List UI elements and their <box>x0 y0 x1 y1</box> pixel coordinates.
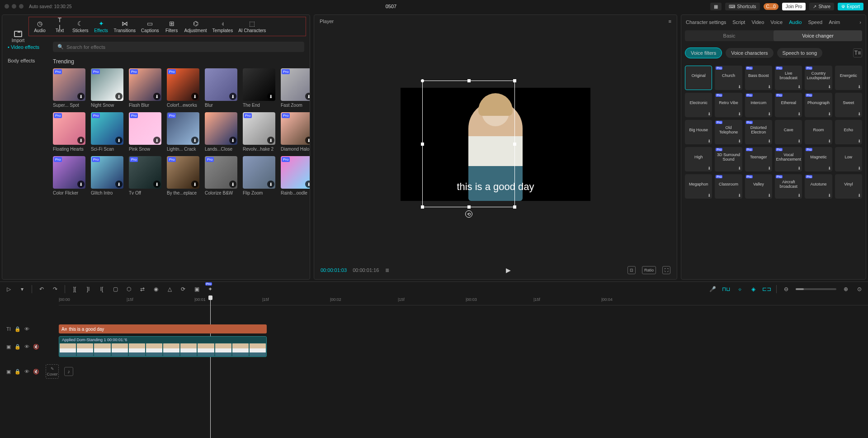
voice-filter-distorted-electron[interactable]: ProDistorted Electron⬇ <box>745 120 772 144</box>
voice-filter-retro-vibe[interactable]: ProRetro Vibe⬇ <box>715 93 742 117</box>
insp-tab-voice[interactable]: Voice <box>770 19 783 25</box>
eye-icon[interactable]: 👁 <box>24 369 29 374</box>
download-icon[interactable]: ⬇ <box>768 85 771 89</box>
preview-marker-icon[interactable]: ◈ <box>749 285 757 293</box>
effect-item[interactable]: Pro⬇Flash Blur <box>129 68 161 108</box>
voice-filter-teenager[interactable]: ProTeenager⬇ <box>745 147 772 171</box>
effect-item[interactable]: Pro⬇Rainb...oodle <box>281 156 310 195</box>
download-icon[interactable]: ⬇ <box>768 112 771 116</box>
timeline-ruler[interactable]: |00:00|15f|00:01|15f|00:02|15f|00:03|15f… <box>59 296 868 305</box>
mic-icon[interactable]: 🎤 <box>708 285 717 293</box>
pill-voice-filters[interactable]: Voice filters <box>685 48 722 58</box>
download-icon[interactable]: ⬇ <box>191 93 198 100</box>
voice-filter-electronic[interactable]: Electronic⬇ <box>685 93 712 117</box>
download-icon[interactable]: ⬇ <box>708 112 711 116</box>
download-icon[interactable]: ⬇ <box>828 193 831 198</box>
mute-icon[interactable]: 🔇 <box>33 344 39 350</box>
effect-item[interactable]: ⬇Blur <box>205 68 237 108</box>
player-canvas[interactable]: this is a good day ⟲ <box>401 88 590 201</box>
voice-filter-megaphon[interactable]: Megaphon⬇ <box>685 174 712 199</box>
voice-filter-energetic[interactable]: Energetic⬇ <box>835 66 862 90</box>
effect-item[interactable]: Pro⬇Super... Spot <box>53 68 85 108</box>
fullscreen-icon[interactable]: ⛶ <box>662 266 670 274</box>
download-icon[interactable]: ⬇ <box>797 166 801 171</box>
download-icon[interactable]: ⬇ <box>267 137 274 144</box>
import-tab[interactable]: Import <box>7 31 29 43</box>
download-icon[interactable]: ⬇ <box>77 181 85 188</box>
split-left-icon[interactable]: ]I <box>84 285 92 293</box>
tab-adjustment[interactable]: ⌬Adjustment <box>182 18 210 35</box>
download-icon[interactable]: ⬇ <box>858 85 861 89</box>
download-icon[interactable]: ⬇ <box>858 166 861 171</box>
effect-item[interactable]: Pro⬇Glitch Intro <box>91 156 123 195</box>
split-icon[interactable]: ][ <box>71 285 79 293</box>
download-icon[interactable]: ⬇ <box>797 139 801 143</box>
tab-effects[interactable]: ✦Effects <box>91 18 111 35</box>
download-icon[interactable]: ⬇ <box>115 137 123 144</box>
voice-filter-country-loudspeaker[interactable]: ProCountry Loudspeaker⬇ <box>805 66 832 90</box>
insp-tab-script[interactable]: Script <box>732 19 745 25</box>
voice-filter-autotune[interactable]: ProAutotune⬇ <box>805 174 832 199</box>
tab-audio[interactable]: ◷Audio <box>30 18 50 35</box>
export-button[interactable]: ⟱ Export <box>838 3 863 10</box>
window-controls[interactable] <box>5 4 24 9</box>
voice-filter-live-broadcast[interactable]: ProLive broadcast⬇ <box>775 66 802 90</box>
voice-filter-sweet[interactable]: Sweet⬇ <box>835 93 862 117</box>
ratio-button[interactable]: Ratio <box>642 266 656 274</box>
download-icon[interactable]: ⬇ <box>797 193 801 198</box>
download-icon[interactable]: ⬇ <box>708 139 711 143</box>
download-icon[interactable]: ⬇ <box>828 112 831 116</box>
effect-item[interactable]: Pro⬇Color Flicker <box>53 156 85 195</box>
download-icon[interactable]: ⬇ <box>738 112 741 116</box>
voice-filter-church[interactable]: ProChurch⬇ <box>715 66 742 90</box>
download-icon[interactable]: ⬇ <box>858 193 861 198</box>
download-icon[interactable]: ⬇ <box>153 181 160 188</box>
voice-filter-magnetic[interactable]: ProMagnetic⬇ <box>805 147 832 171</box>
download-icon[interactable]: ⬇ <box>305 181 310 188</box>
download-icon[interactable]: ⬇ <box>858 112 861 116</box>
voice-filter-bass-boost[interactable]: ProBass Boost⬇ <box>745 66 772 90</box>
download-icon[interactable]: ⬇ <box>708 166 711 171</box>
download-icon[interactable]: ⬇ <box>77 137 85 144</box>
voice-filter-cave[interactable]: Cave⬇ <box>775 120 802 144</box>
download-icon[interactable]: ⬇ <box>738 139 741 143</box>
video-clip[interactable]: Applied Dom-Standing 1 00:00:01:'6 <box>59 336 267 357</box>
download-icon[interactable]: ⬇ <box>828 139 831 143</box>
voice-filter-high[interactable]: High⬇ <box>685 147 712 171</box>
add-audio-button[interactable]: ♪ <box>64 367 73 376</box>
voice-filter-valley[interactable]: ProValley⬇ <box>745 174 772 199</box>
text-clip[interactable]: A≡ this is a good day <box>59 324 267 333</box>
voice-filter-phonograph[interactable]: ProPhonograph⬇ <box>805 93 832 117</box>
insp-tab-video[interactable]: Video <box>751 19 764 25</box>
download-icon[interactable]: ⬇ <box>708 193 711 198</box>
voice-filter-vocal-enhancement[interactable]: ProVocal Enhancement⬇ <box>775 147 802 171</box>
play-button[interactable]: ▶ <box>506 267 511 274</box>
effect-item[interactable]: Pro⬇Floating Hearts <box>53 112 85 152</box>
download-icon[interactable]: ⬇ <box>115 93 123 100</box>
frame-tool-icon[interactable]: ▣ <box>193 285 201 293</box>
download-icon[interactable]: ⬇ <box>191 137 198 144</box>
dropdown-icon[interactable]: ▾ <box>18 285 26 293</box>
effect-item[interactable]: Pro⬇Tv Off <box>129 156 161 195</box>
insp-tab-anim[interactable]: Anim <box>829 19 840 25</box>
download-icon[interactable]: ⬇ <box>858 139 861 143</box>
voice-filter-aircraft-broadcast[interactable]: ProAircraft broadcast⬇ <box>775 174 802 199</box>
tab-stickers[interactable]: ☾Stickers <box>70 18 91 35</box>
tab-transitions[interactable]: ⋈Transitions <box>111 18 139 35</box>
layout-button[interactable]: ▦ <box>710 3 722 10</box>
download-icon[interactable]: ⬇ <box>828 166 831 171</box>
voice-filter-3d-surround-sound[interactable]: Pro3D Surround Sound⬇ <box>715 147 742 171</box>
effect-item[interactable]: Pro⬇Pink Snow <box>129 112 161 152</box>
insp-tab-speed[interactable]: Speed <box>808 19 822 25</box>
shortcuts-button[interactable]: ⌨ Shortcuts <box>725 3 760 10</box>
insp-tab-audio[interactable]: Audio <box>789 19 802 25</box>
subtab-voice-changer[interactable]: Voice changer <box>774 30 862 41</box>
filter-settings-icon[interactable]: T≡ <box>853 48 862 57</box>
download-icon[interactable]: ⬇ <box>828 85 831 89</box>
effect-item[interactable]: Pro⬇Colorf...eworks <box>167 68 199 108</box>
link-icon[interactable]: ⟐ <box>736 285 744 293</box>
speed-icon[interactable]: ◉ <box>152 285 160 293</box>
crop-icon[interactable]: ▢ <box>111 285 119 293</box>
rotate-handle[interactable]: ⟲ <box>465 210 472 218</box>
voice-filter-room[interactable]: Room⬇ <box>805 120 832 144</box>
